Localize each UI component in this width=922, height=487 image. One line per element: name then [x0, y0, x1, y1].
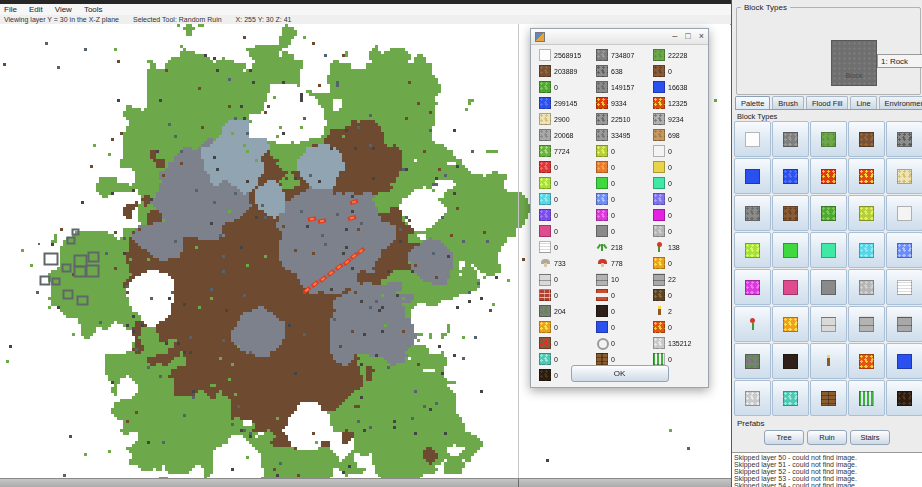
palette-block-pink[interactable]	[772, 269, 809, 305]
palette-block-mossy[interactable]	[734, 343, 771, 379]
block-swatch-cyan	[859, 243, 874, 258]
ok-button[interactable]: OK	[571, 365, 669, 382]
palette-block-darksoul[interactable]	[886, 380, 922, 416]
block-swatch-grass	[653, 49, 665, 61]
palette-block-dirt[interactable]	[848, 121, 885, 157]
tab-flood-fill[interactable]: Flood Fill	[806, 96, 848, 109]
palette-block-white[interactable]	[734, 121, 771, 157]
log-output[interactable]: Skipped layer 50 - could not find image.…	[732, 452, 922, 487]
palette-block-lava3[interactable]	[848, 343, 885, 379]
block-swatch-lava2	[653, 97, 665, 109]
palette-block-slab2[interactable]	[886, 306, 922, 342]
block-count: 0	[554, 180, 558, 187]
palette-block-torch[interactable]	[810, 343, 847, 379]
ruin-button[interactable]: Ruin	[807, 430, 847, 445]
palette-block-stone[interactable]	[772, 121, 809, 157]
map-pane-divider	[518, 24, 519, 478]
block-swatch-spring	[653, 177, 665, 189]
palette-block-leavesyellow[interactable]	[848, 195, 885, 231]
block-count: 2	[668, 308, 672, 315]
palette-block-magenta[interactable]	[734, 269, 771, 305]
palette-block-leaves[interactable]	[810, 195, 847, 231]
block-count-item: 12325	[649, 95, 706, 111]
block-swatch-fire	[783, 317, 798, 332]
palette-block-cyan[interactable]	[848, 232, 885, 268]
block-count: 0	[554, 212, 558, 219]
block-count-item: 10	[592, 271, 649, 287]
block-count: 0	[668, 212, 672, 219]
block-count: 0	[668, 228, 672, 235]
palette-block-grass[interactable]	[810, 121, 847, 157]
tab-line[interactable]: Line	[850, 96, 876, 109]
block-count-item: 9234	[649, 111, 706, 127]
block-count-item: 0	[649, 319, 706, 335]
palette-block-gravel[interactable]	[886, 121, 922, 157]
palette-block-diamond[interactable]	[772, 380, 809, 416]
palette-block-slab[interactable]	[848, 306, 885, 342]
palette-block-whitelines[interactable]	[886, 269, 922, 305]
block-count-item: 778	[592, 255, 649, 271]
block-count: 0	[554, 292, 558, 299]
palette-block-reeds[interactable]	[848, 380, 885, 416]
block-count: 299145	[554, 100, 577, 107]
palette-block-water[interactable]	[734, 158, 771, 194]
block-swatch-white2	[653, 145, 665, 157]
palette-block-lightgray[interactable]	[848, 269, 885, 305]
palette-block-lava2[interactable]	[848, 158, 885, 194]
selected-block-preview[interactable]: Block	[831, 40, 877, 86]
palette-block-white2[interactable]	[886, 195, 922, 231]
palette-block-snowstone[interactable]	[734, 380, 771, 416]
menu-file[interactable]: File	[4, 5, 17, 14]
block-swatch-lava	[596, 97, 608, 109]
menu-view[interactable]: View	[55, 5, 72, 14]
close-icon[interactable]: ×	[699, 32, 704, 41]
palette-block-obsidian[interactable]	[772, 343, 809, 379]
stairs-button[interactable]: Stairs	[850, 430, 890, 445]
palette-block-fire[interactable]	[772, 306, 809, 342]
block-count-item: 0	[592, 207, 649, 223]
palette-block-rose[interactable]	[734, 306, 771, 342]
palette-block-lime[interactable]	[734, 232, 771, 268]
tab-palette[interactable]: Palette	[735, 96, 770, 109]
dialog-title-bar[interactable]: – □ ×	[531, 29, 708, 45]
block-count: 734807	[611, 52, 634, 59]
block-count-item: 0	[535, 335, 592, 351]
tab-brush[interactable]: Brush	[772, 96, 804, 109]
palette-block-lava[interactable]	[810, 158, 847, 194]
block-swatch-red	[539, 161, 551, 173]
palette-block-graywool[interactable]	[810, 269, 847, 305]
block-count: 638	[611, 68, 623, 75]
block-count-grid: 2568915734807222282038896380014915716638…	[535, 47, 706, 383]
prefab-buttons: Tree Ruin Stairs	[732, 430, 922, 445]
bottom-scroll-strip[interactable]	[0, 478, 731, 487]
block-swatch-yellow	[653, 161, 665, 173]
block-count-item: 0	[535, 319, 592, 335]
block-swatch-slab2	[653, 273, 665, 286]
block-swatch-sand	[897, 169, 912, 184]
palette-block-slabL[interactable]	[810, 306, 847, 342]
palette-block-lightblue[interactable]	[886, 232, 922, 268]
menu-tools[interactable]: Tools	[84, 5, 103, 14]
block-count-item: 2	[649, 303, 706, 319]
block-swatch-dirt	[859, 132, 874, 147]
palette-block-sand[interactable]	[886, 158, 922, 194]
palette-block-water[interactable]	[886, 343, 922, 379]
block-swatch-gravel2	[596, 113, 608, 125]
block-swatch-lime	[539, 177, 551, 189]
block-count-item: 0	[649, 255, 706, 271]
palette-block-dirt2[interactable]	[772, 195, 809, 231]
menu-edit[interactable]: Edit	[29, 5, 43, 14]
minimize-icon[interactable]: –	[672, 32, 677, 41]
tool-tabs: Palette Brush Flood Fill Line Environmen…	[735, 96, 922, 110]
tree-button[interactable]: Tree	[764, 430, 804, 445]
block-count-item: 638	[592, 63, 649, 79]
palette-block-door[interactable]	[810, 380, 847, 416]
palette-block-water2[interactable]	[772, 158, 809, 194]
tab-environment[interactable]: Environment	[879, 96, 922, 109]
maximize-icon[interactable]: □	[685, 32, 690, 41]
palette-block-spring[interactable]	[810, 232, 847, 268]
block-swatch-mossy	[745, 354, 760, 369]
block-count: 10	[611, 276, 619, 283]
palette-block-stone2[interactable]	[734, 195, 771, 231]
palette-block-green[interactable]	[772, 232, 809, 268]
